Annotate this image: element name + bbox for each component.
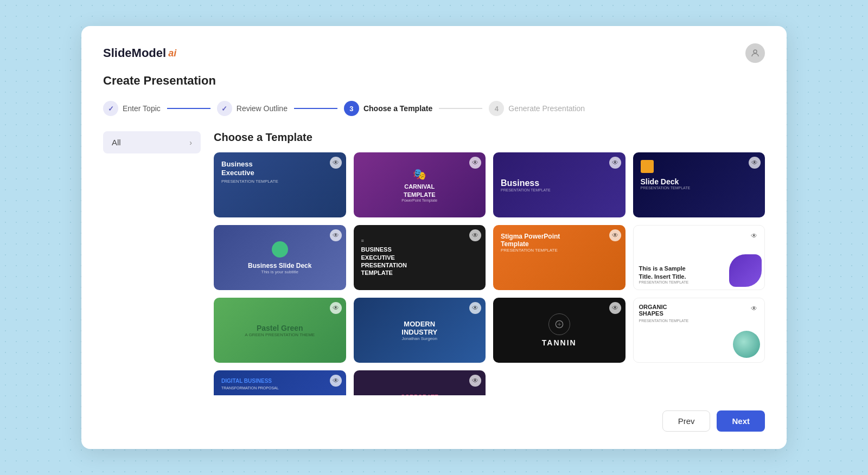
t2-sub: PowerPoint Template <box>401 198 437 202</box>
eye-icon-4[interactable]: 👁 <box>749 157 761 169</box>
step-label-4: Generate Presentation <box>508 104 585 113</box>
stepper: ✓ Enter Topic ✓ Review Outline 3 Choose … <box>103 101 765 116</box>
check-icon-2: ✓ <box>221 105 227 113</box>
t14-title: CORPORATECULTURE <box>391 393 448 395</box>
t1-sub: PRESENTATION TEMPLATE <box>221 179 339 184</box>
step-choose-template: 3 Choose a Template <box>344 101 432 116</box>
footer: Prev Next <box>103 404 765 432</box>
header: SlideModel ai <box>103 43 765 63</box>
t5-sub: This is your subtitle <box>248 269 311 274</box>
sidebar-item-all[interactable]: All › <box>103 131 201 153</box>
template-card-business-slide-deck[interactable]: Business Slide Deck This is your subtitl… <box>214 225 346 290</box>
eye-icon-13[interactable]: 👁 <box>330 375 342 387</box>
svg-point-0 <box>754 50 757 53</box>
carnival-icon: 🎭 <box>401 168 437 181</box>
eye-icon-8[interactable]: 👁 <box>748 230 760 242</box>
prev-button[interactable]: Prev <box>662 410 711 432</box>
eye-icon-6[interactable]: 👁 <box>469 229 481 241</box>
t3-sub: PRESENTATION TEMPLATE <box>501 188 551 192</box>
t5-title: Business Slide Deck <box>248 262 311 269</box>
eye-icon-5[interactable]: 👁 <box>330 229 342 241</box>
template-card-pastel-green[interactable]: Pastel Green A GREEN PRESENTATION THEME … <box>214 298 346 363</box>
template-card-modern-industry[interactable]: MODERNINDUSTRY Jonathan Surgeon 👁 <box>354 298 486 363</box>
t11-title: TANNIN <box>501 338 618 347</box>
chevron-right-icon: › <box>189 138 192 147</box>
step-review-outline: ✓ Review Outline <box>217 101 288 116</box>
t10-title: MODERNINDUSTRY <box>401 320 437 336</box>
t8-title: This is a SampleTitle. Insert Title. <box>639 265 689 280</box>
page-title: Create Presentation <box>103 74 765 88</box>
t10-sub: Jonathan Surgeon <box>401 336 437 341</box>
next-button[interactable]: Next <box>717 410 765 432</box>
eye-icon-14[interactable]: 👁 <box>469 375 481 387</box>
step-circle-2: ✓ <box>217 101 232 116</box>
t12-sub: PRESENTATION TEMPLATE <box>639 319 760 323</box>
step-generate: 4 Generate Presentation <box>489 101 585 116</box>
template-card-sample-title[interactable]: This is a SampleTitle. Insert Title. PRE… <box>633 225 765 290</box>
t4-sub: PRESENTATION TEMPLATE <box>641 186 758 190</box>
templates-grid: BusinessExecutive PRESENTATION TEMPLATE … <box>214 152 765 395</box>
logo-text: SlideModel <box>103 46 166 60</box>
step-line-2 <box>294 108 337 109</box>
t11-circle <box>548 313 570 335</box>
t2-title: CARNIVALTEMPLATE <box>401 183 437 198</box>
template-card-slide-deck[interactable]: Slide Deck PRESENTATION TEMPLATE 👁 <box>633 152 765 217</box>
step-number-3: 3 <box>349 105 353 113</box>
main-content: Choose a Template BusinessExecutive PRES… <box>214 131 765 395</box>
eye-icon-7[interactable]: 👁 <box>609 229 621 241</box>
eye-icon-1[interactable]: 👁 <box>330 157 342 169</box>
step-circle-4: 4 <box>489 101 504 116</box>
main-modal: SlideModel ai Create Presentation ✓ Ente… <box>81 26 787 449</box>
t8-sub: PRESENTATION TEMPLATE <box>639 280 689 284</box>
eye-icon-10[interactable]: 👁 <box>469 302 481 314</box>
content: All › Choose a Template BusinessExecutiv… <box>103 131 765 395</box>
t7-title: Stigma PowerPointTemplate <box>501 233 618 248</box>
avatar-button[interactable] <box>745 43 765 63</box>
t4-title: Slide Deck <box>641 177 758 186</box>
template-card-organic-shapes[interactable]: ORGANICSHAPES PRESENTATION TEMPLATE 👁 <box>633 298 765 363</box>
eye-icon-11[interactable]: 👁 <box>609 302 621 314</box>
step-label-2: Review Outline <box>237 104 288 113</box>
t12-title: ORGANICSHAPES <box>639 304 760 317</box>
check-icon-1: ✓ <box>108 105 114 113</box>
template-card-business-executive[interactable]: BusinessExecutive PRESENTATION TEMPLATE … <box>214 152 346 217</box>
template-card-corporate-culture[interactable]: CORPORATECULTURE INSERT YOUR SUBTITLE HE… <box>354 370 486 395</box>
t8-blob <box>729 254 762 287</box>
template-card-digital-business[interactable]: DIGITAL BUSINESS TRANSFORMATION PROPOSAL… <box>214 370 346 395</box>
t3-title: Business <box>501 178 551 188</box>
template-card-biz-exec-pres[interactable]: ≡ BUSINESSEXECUTIVEPRESENTATIONTEMPLATE … <box>354 225 486 290</box>
t9-sub: A GREEN PRESENTATION THEME <box>245 332 315 337</box>
template-card-stigma[interactable]: Stigma PowerPointTemplate PRESENTATION T… <box>493 225 626 290</box>
step-number-4: 4 <box>495 105 499 113</box>
step-label-1: Enter Topic <box>123 104 161 113</box>
logo-ai: ai <box>168 48 176 59</box>
step-line-1 <box>167 108 210 109</box>
step-circle-3: 3 <box>344 101 359 116</box>
t6-menu: ≡ <box>361 238 407 243</box>
t1-title: BusinessExecutive <box>221 160 339 177</box>
sidebar: All › <box>103 131 201 395</box>
t5-circle <box>272 241 288 258</box>
logo: SlideModel ai <box>103 46 176 60</box>
step-enter-topic: ✓ Enter Topic <box>103 101 161 116</box>
eye-icon-3[interactable]: 👁 <box>609 157 621 169</box>
t4-accent-block <box>641 160 654 173</box>
t12-ball <box>733 331 760 358</box>
template-card-carnival[interactable]: 🎭 CARNIVALTEMPLATE PowerPoint Template 👁 <box>354 152 486 217</box>
eye-icon-2[interactable]: 👁 <box>469 157 481 169</box>
section-title: Choose a Template <box>214 131 765 144</box>
eye-icon-9[interactable]: 👁 <box>330 302 342 314</box>
template-card-tannin[interactable]: TANNIN 👁 <box>493 298 626 363</box>
t9-title: Pastel Green <box>245 324 315 332</box>
t7-sub: PRESENTATION TEMPLATE <box>501 248 618 253</box>
t13-title: DIGITAL BUSINESS <box>221 378 339 384</box>
sidebar-item-all-label: All <box>112 138 121 147</box>
template-card-business[interactable]: Business PRESENTATION TEMPLATE 👁 <box>493 152 626 217</box>
step-line-3 <box>439 108 482 109</box>
t6-title: BUSINESSEXECUTIVEPRESENTATIONTEMPLATE <box>361 246 407 277</box>
step-label-3: Choose a Template <box>363 104 432 113</box>
step-circle-1: ✓ <box>103 101 118 116</box>
t13-sub: TRANSFORMATION PROPOSAL <box>221 386 339 390</box>
eye-icon-12[interactable]: 👁 <box>748 303 760 314</box>
